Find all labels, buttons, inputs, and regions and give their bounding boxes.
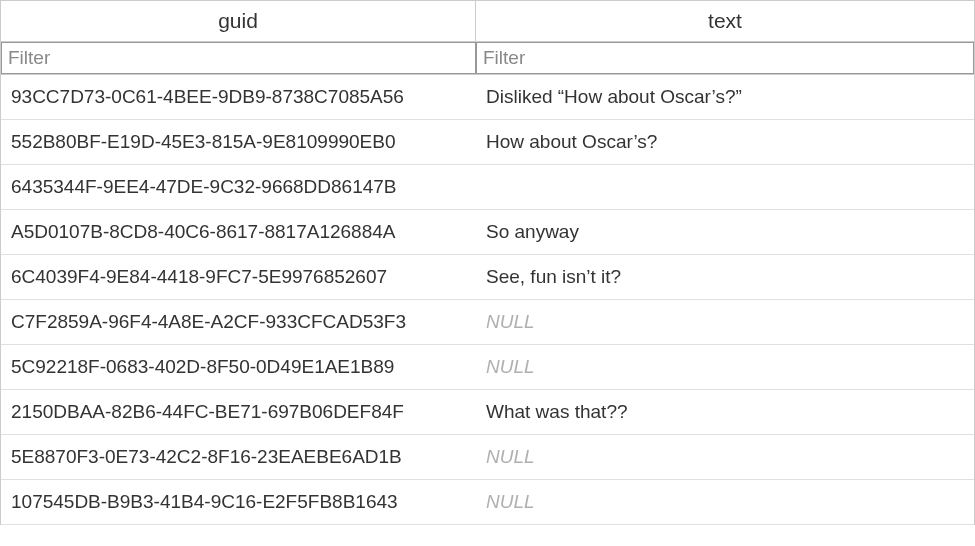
cell-text: Disliked “How about Oscar’s?”	[476, 75, 974, 119]
table-filter-row	[1, 42, 974, 75]
table-row[interactable]: C7F2859A-96F4-4A8E-A2CF-933CFCAD53F3NULL	[1, 300, 974, 345]
cell-text: How about Oscar’s?	[476, 120, 974, 164]
cell-text: See, fun isn’t it?	[476, 255, 974, 299]
column-header-guid[interactable]: guid	[1, 1, 476, 41]
table-row[interactable]: 5E8870F3-0E73-42C2-8F16-23EAEBE6AD1BNULL	[1, 435, 974, 480]
cell-text: NULL	[476, 300, 974, 344]
cell-guid: 107545DB-B9B3-41B4-9C16-E2F5FB8B1643	[1, 480, 476, 524]
cell-text: NULL	[476, 345, 974, 389]
filter-cell-guid	[1, 42, 476, 74]
table-body: 93CC7D73-0C61-4BEE-9DB9-8738C7085A56Disl…	[1, 75, 974, 525]
table-row[interactable]: 552B80BF-E19D-45E3-815A-9E8109990EB0How …	[1, 120, 974, 165]
table-row[interactable]: 5C92218F-0683-402D-8F50-0D49E1AE1B89NULL	[1, 345, 974, 390]
null-indicator: NULL	[486, 311, 535, 332]
data-table: guid text 93CC7D73-0C61-4BEE-9DB9-8738C7…	[0, 0, 975, 525]
filter-cell-text	[476, 42, 974, 74]
cell-guid: 5E8870F3-0E73-42C2-8F16-23EAEBE6AD1B	[1, 435, 476, 479]
cell-guid: 552B80BF-E19D-45E3-815A-9E8109990EB0	[1, 120, 476, 164]
table-row[interactable]: 2150DBAA-82B6-44FC-BE71-697B06DEF84FWhat…	[1, 390, 974, 435]
cell-text: So anyway	[476, 210, 974, 254]
column-header-text[interactable]: text	[476, 1, 974, 41]
cell-guid: C7F2859A-96F4-4A8E-A2CF-933CFCAD53F3	[1, 300, 476, 344]
table-row[interactable]: 6C4039F4-9E84-4418-9FC7-5E9976852607See,…	[1, 255, 974, 300]
cell-guid: 5C92218F-0683-402D-8F50-0D49E1AE1B89	[1, 345, 476, 389]
cell-text: NULL	[476, 480, 974, 524]
null-indicator: NULL	[486, 356, 535, 377]
table-row[interactable]: A5D0107B-8CD8-40C6-8617-8817A126884ASo a…	[1, 210, 974, 255]
table-row[interactable]: 107545DB-B9B3-41B4-9C16-E2F5FB8B1643NULL	[1, 480, 974, 525]
table-header-row: guid text	[1, 1, 974, 42]
filter-input-text[interactable]	[476, 42, 974, 74]
cell-text	[476, 165, 974, 209]
table-row[interactable]: 6435344F-9EE4-47DE-9C32-9668DD86147B	[1, 165, 974, 210]
cell-guid: 6C4039F4-9E84-4418-9FC7-5E9976852607	[1, 255, 476, 299]
null-indicator: NULL	[486, 446, 535, 467]
cell-guid: A5D0107B-8CD8-40C6-8617-8817A126884A	[1, 210, 476, 254]
null-indicator: NULL	[486, 491, 535, 512]
cell-guid: 2150DBAA-82B6-44FC-BE71-697B06DEF84F	[1, 390, 476, 434]
cell-guid: 93CC7D73-0C61-4BEE-9DB9-8738C7085A56	[1, 75, 476, 119]
filter-input-guid[interactable]	[1, 42, 476, 74]
cell-text: What was that??	[476, 390, 974, 434]
table-row[interactable]: 93CC7D73-0C61-4BEE-9DB9-8738C7085A56Disl…	[1, 75, 974, 120]
cell-guid: 6435344F-9EE4-47DE-9C32-9668DD86147B	[1, 165, 476, 209]
cell-text: NULL	[476, 435, 974, 479]
